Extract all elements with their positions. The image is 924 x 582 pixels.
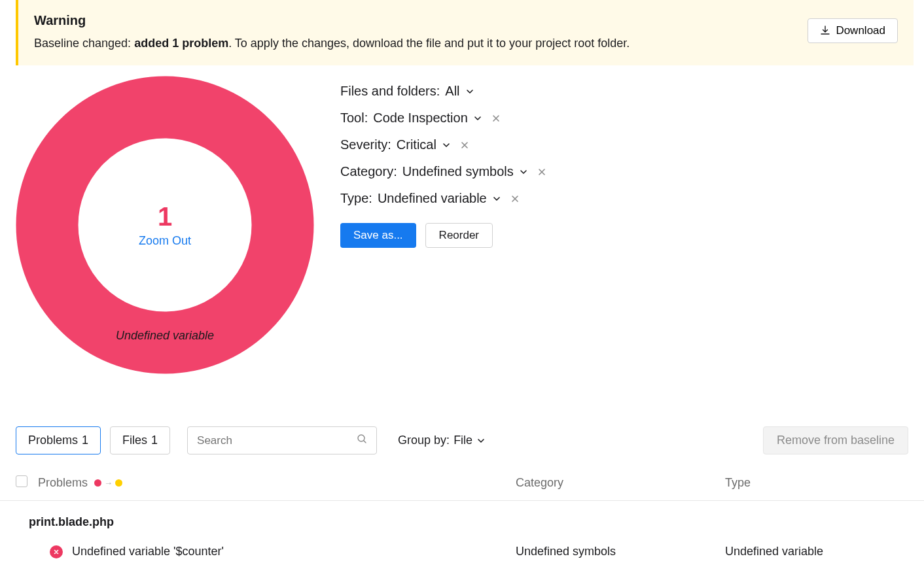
- reorder-button[interactable]: Reorder: [425, 223, 493, 248]
- tab-problems[interactable]: Problems 1: [16, 426, 101, 454]
- warning-banner: Warning Baseline changed: added 1 proble…: [16, 0, 914, 65]
- problem-category: Undefined symbols: [516, 545, 725, 558]
- filter-files-value: All: [445, 84, 459, 99]
- donut-count: 1: [139, 202, 191, 231]
- filter-type-label: Type:: [340, 191, 372, 206]
- filter-tool-value: Code Inspection: [373, 111, 468, 126]
- close-icon[interactable]: [460, 141, 469, 150]
- warning-body-prefix: Baseline changed:: [34, 37, 134, 50]
- download-button[interactable]: Download: [808, 18, 898, 43]
- arrow-right-icon: →: [104, 478, 113, 488]
- filter-category-label: Category:: [340, 164, 397, 179]
- search-box[interactable]: [187, 426, 377, 454]
- close-icon[interactable]: [510, 194, 520, 203]
- severity-filter-icon[interactable]: →: [94, 478, 122, 488]
- download-icon: [820, 26, 830, 36]
- zoom-out-link[interactable]: Zoom Out: [139, 234, 191, 248]
- warning-body: Baseline changed: added 1 problem. To ap…: [34, 35, 808, 52]
- chevron-down-icon[interactable]: [473, 114, 482, 123]
- problem-text: Undefined variable '$counter': [72, 545, 516, 558]
- close-icon[interactable]: [537, 167, 546, 177]
- table-row[interactable]: Undefined variable '$counter' Undefined …: [0, 534, 924, 569]
- file-group-header[interactable]: print.blade.php: [0, 501, 924, 534]
- filters-panel: Files and folders: All Tool: Code Inspec…: [340, 76, 546, 248]
- save-as-button[interactable]: Save as...: [340, 223, 416, 248]
- filter-type[interactable]: Type: Undefined variable: [340, 191, 546, 206]
- tab-files-count: 1: [151, 434, 158, 447]
- tab-problems-label: Problems: [28, 434, 78, 447]
- filter-files-label: Files and folders:: [340, 84, 440, 99]
- search-input[interactable]: [197, 434, 357, 447]
- svg-point-1: [358, 435, 364, 441]
- tab-problems-count: 1: [82, 434, 88, 447]
- groupby-dropdown[interactable]: Group by: File: [398, 434, 486, 447]
- donut-chart[interactable]: 1 Zoom Out Undefined variable: [16, 76, 314, 374]
- filter-category-value: Undefined symbols: [402, 164, 514, 179]
- tab-files[interactable]: Files 1: [110, 426, 170, 454]
- filter-severity-value: Critical: [397, 137, 436, 152]
- tab-bar: Problems 1 Files 1 Group by: File Remove…: [0, 400, 924, 454]
- donut-segment-label: Undefined variable: [116, 329, 214, 343]
- filter-severity[interactable]: Severity: Critical: [340, 137, 546, 152]
- chevron-down-icon[interactable]: [442, 141, 451, 150]
- header-category: Category: [516, 476, 725, 490]
- dot-red-icon: [94, 479, 101, 487]
- tab-files-label: Files: [122, 434, 147, 447]
- filter-buttons: Save as... Reorder: [340, 223, 546, 248]
- header-checkbox-col: [16, 475, 38, 490]
- chevron-down-icon[interactable]: [465, 87, 474, 96]
- warning-title: Warning: [34, 13, 808, 28]
- filter-tool[interactable]: Tool: Code Inspection: [340, 111, 546, 126]
- main-row: 1 Zoom Out Undefined variable Files and …: [0, 76, 924, 374]
- header-type: Type: [725, 476, 908, 490]
- filter-type-value: Undefined variable: [378, 191, 487, 206]
- search-icon: [357, 434, 367, 447]
- result-header: Problems → Category Type: [0, 462, 924, 501]
- filter-tool-label: Tool:: [340, 111, 368, 126]
- warning-text: Warning Baseline changed: added 1 proble…: [34, 13, 808, 52]
- select-all-checkbox[interactable]: [16, 475, 27, 487]
- warning-body-bold: added 1 problem: [134, 37, 228, 50]
- remove-from-baseline-button[interactable]: Remove from baseline: [763, 426, 908, 454]
- dot-yellow-icon: [115, 479, 122, 487]
- problem-type: Undefined variable: [725, 545, 908, 558]
- header-problems: Problems →: [38, 476, 516, 490]
- chevron-down-icon: [476, 436, 486, 445]
- groupby-label: Group by:: [398, 434, 450, 447]
- filter-severity-label: Severity:: [340, 137, 391, 152]
- warning-body-suffix: . To apply the changes, download the fil…: [228, 37, 630, 50]
- close-icon[interactable]: [491, 114, 501, 123]
- error-icon: [50, 545, 63, 558]
- groupby-value: File: [453, 434, 472, 447]
- chevron-down-icon[interactable]: [492, 194, 501, 203]
- download-label: Download: [836, 24, 885, 37]
- chevron-down-icon[interactable]: [519, 167, 528, 177]
- header-problems-label: Problems: [38, 476, 88, 490]
- filter-files[interactable]: Files and folders: All: [340, 84, 546, 99]
- filter-category[interactable]: Category: Undefined symbols: [340, 164, 546, 179]
- donut-center: 1 Zoom Out: [139, 202, 191, 248]
